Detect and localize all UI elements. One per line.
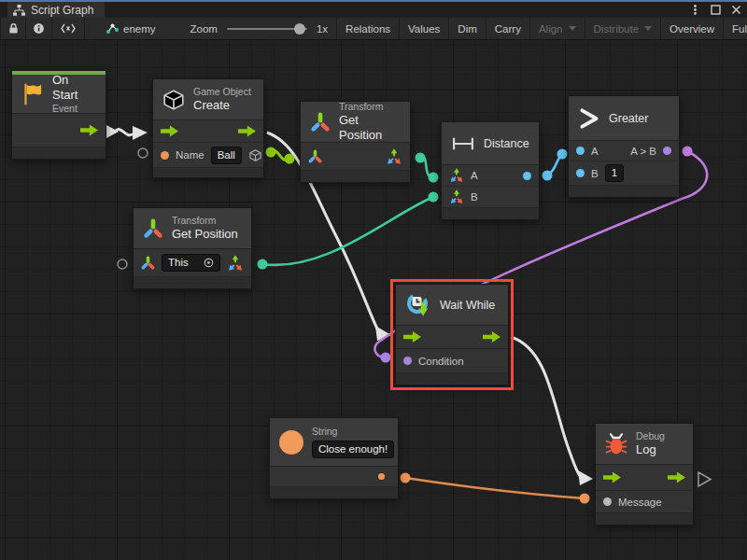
- value-input-port[interactable]: [161, 151, 169, 160]
- align-button: Align: [530, 18, 585, 39]
- name-input-field[interactable]: Ball: [211, 147, 242, 164]
- zoom-slider[interactable]: [227, 28, 307, 30]
- relations-button[interactable]: Relations: [336, 18, 400, 39]
- chevron-down-icon: [569, 26, 576, 31]
- node-get-position-left[interactable]: Transform Get Position This: [133, 207, 252, 289]
- script-graph-icon: [106, 22, 120, 35]
- unconnected-port-hint[interactable]: [118, 259, 127, 269]
- cube-icon: [162, 88, 186, 112]
- close-icon[interactable]: [728, 3, 743, 17]
- flow-output-port[interactable]: [483, 331, 500, 343]
- node-title: Log: [636, 442, 665, 457]
- value-input-port[interactable]: [576, 147, 585, 155]
- maximize-icon[interactable]: [708, 3, 723, 17]
- tab-script-graph[interactable]: Script Graph: [7, 2, 105, 18]
- vector3-input-port[interactable]: [449, 189, 464, 204]
- menu-dots-icon[interactable]: [687, 3, 702, 17]
- transform-input-port[interactable]: [141, 256, 155, 270]
- port-label: B: [591, 168, 599, 179]
- unconnected-flow-hint[interactable]: [698, 472, 711, 486]
- flow-output-port[interactable]: [668, 472, 685, 483]
- wire-flow-onstart-to-create[interactable]: [106, 125, 148, 140]
- port-label: Name: [176, 149, 204, 161]
- port-label: A: [471, 170, 478, 181]
- graph-toolbar: enemy Zoom 1x Relations Values Dim Carry…: [0, 18, 747, 40]
- wire-value-create-to-getposition[interactable]: [266, 147, 295, 164]
- object-picker-icon[interactable]: [204, 258, 214, 268]
- info-icon: [33, 22, 45, 35]
- graph-hierarchy-icon: [13, 5, 25, 16]
- node-title: Wait While: [440, 299, 495, 312]
- flow-output-port[interactable]: [80, 125, 98, 136]
- zoom-control: Zoom 1x: [164, 18, 337, 39]
- vector3-input-port[interactable]: [449, 168, 464, 183]
- graph-canvas[interactable]: On Start Event Game Object Create: [0, 40, 747, 560]
- graph-breadcrumb[interactable]: enemy: [85, 18, 164, 39]
- flow-output-port[interactable]: [238, 126, 256, 137]
- flow-input-port[interactable]: [161, 126, 178, 137]
- overview-button[interactable]: Overview: [661, 18, 724, 39]
- node-title: Greater: [609, 112, 648, 125]
- flag-icon: [21, 81, 45, 107]
- tab-bar: Script Graph: [0, 2, 747, 18]
- info-button[interactable]: [26, 18, 52, 39]
- greater-than-icon: [577, 106, 601, 131]
- values-button[interactable]: Values: [400, 18, 449, 39]
- debug-bug-icon: [604, 431, 628, 457]
- port-label: A: [591, 146, 599, 157]
- wait-while-clock-icon: [404, 291, 432, 319]
- dim-button[interactable]: Dim: [449, 18, 486, 39]
- output-label: A > B: [630, 146, 656, 157]
- condition-input-port[interactable]: [403, 357, 412, 365]
- message-input-port[interactable]: [603, 497, 612, 506]
- b-value-field[interactable]: 1: [605, 164, 624, 182]
- node-create-gameobject[interactable]: Game Object Create Name Ball: [152, 78, 264, 178]
- node-title: On Start: [52, 73, 97, 104]
- gameobject-type-icon: [248, 148, 262, 162]
- wire-value-string-to-debuglog[interactable]: [401, 473, 590, 504]
- flow-input-port[interactable]: [603, 472, 621, 483]
- vector3-output-port[interactable]: [227, 255, 244, 272]
- port-label: Condition: [418, 356, 464, 367]
- node-category: Transform: [339, 101, 402, 113]
- node-category: Game Object: [193, 86, 251, 98]
- target-input-field[interactable]: This: [162, 254, 220, 272]
- node-on-start[interactable]: On Start Event: [11, 70, 106, 160]
- value-output-port[interactable]: [663, 147, 671, 155]
- value-input-port[interactable]: [576, 169, 585, 177]
- wire-flow-waitwhile-to-debuglog[interactable]: [511, 337, 593, 485]
- string-value-field[interactable]: Close enough!: [312, 441, 394, 458]
- wire-value-getposition-to-distance-b[interactable]: [258, 192, 439, 270]
- carry-button[interactable]: Carry: [486, 18, 530, 39]
- node-debug-log[interactable]: Debug Log Message: [595, 423, 694, 525]
- code-preview-button[interactable]: [52, 18, 85, 39]
- value-output-port[interactable]: [523, 172, 531, 180]
- zoom-value: 1x: [317, 23, 328, 35]
- node-get-position-top[interactable]: Transform Get Position: [300, 101, 411, 183]
- unity-visual-scripting-window: Script Graph: [0, 0, 747, 560]
- chevron-down-icon: [644, 26, 652, 31]
- node-category: Transform: [172, 215, 238, 227]
- node-string-literal[interactable]: String Close enough!: [269, 417, 399, 499]
- distance-ruler-icon: [450, 135, 476, 152]
- vector3-output-port[interactable]: [386, 148, 402, 165]
- value-output-port[interactable]: [378, 473, 385, 480]
- transform-icon: [142, 217, 164, 240]
- lock-button[interactable]: [0, 18, 26, 39]
- wire-value-getposition-to-distance-a[interactable]: [416, 153, 439, 183]
- wire-value-distance-to-greater[interactable]: [543, 149, 568, 181]
- node-greater[interactable]: Greater A A > B B 1: [568, 95, 680, 198]
- flow-input-port[interactable]: [403, 331, 421, 343]
- node-category: Debug: [636, 430, 665, 442]
- node-wait-while[interactable]: Wait While Condition: [395, 284, 509, 385]
- lock-icon: [7, 22, 20, 35]
- zoom-slider-handle[interactable]: [294, 23, 305, 35]
- transform-input-port[interactable]: [308, 149, 322, 163]
- unconnected-port-hint[interactable]: [138, 148, 148, 158]
- node-title: Get Position: [339, 113, 402, 144]
- node-distance[interactable]: Distance A B: [441, 121, 540, 220]
- distribute-button: Distribute: [585, 18, 662, 39]
- graph-name: enemy: [123, 23, 156, 35]
- code-icon: [61, 23, 76, 34]
- full-screen-button[interactable]: Full Screen: [724, 18, 747, 39]
